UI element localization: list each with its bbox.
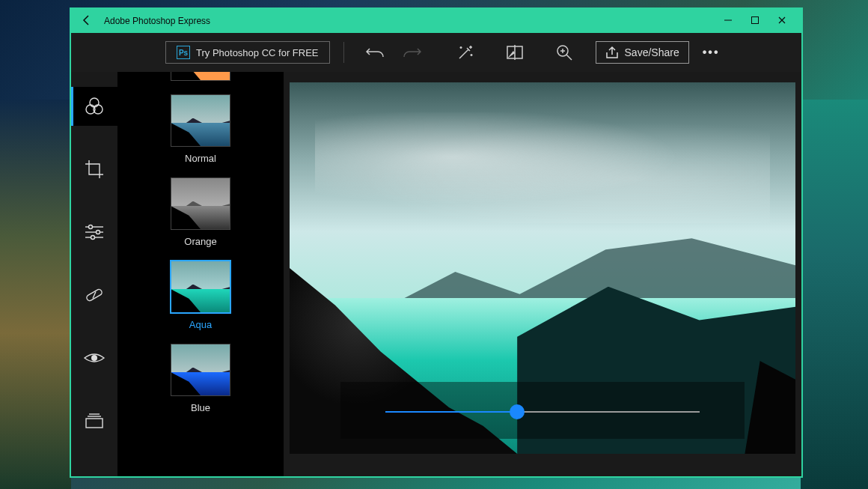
top-toolbar: Ps Try Photoshop CC for FREE Save/Share … — [71, 33, 801, 72]
svg-rect-20 — [86, 419, 103, 428]
filter-aqua[interactable]: Aqua — [171, 261, 230, 330]
svg-rect-1 — [752, 16, 759, 23]
filters-panel: NormalOrangeAquaBlue — [117, 72, 284, 476]
window-minimize-button[interactable] — [715, 16, 742, 27]
svg-point-16 — [91, 236, 95, 240]
sliders-icon — [84, 223, 105, 241]
filter-label: Orange — [184, 236, 216, 247]
svg-line-5 — [566, 55, 572, 60]
tool-rail — [71, 72, 117, 476]
rail-heal[interactable] — [71, 276, 117, 315]
rail-crop[interactable] — [71, 150, 117, 189]
compare-button[interactable] — [497, 37, 533, 67]
filter-normal[interactable]: Normal — [171, 94, 230, 164]
app-title: Adobe Photoshop Express — [104, 16, 210, 26]
crop-icon — [85, 160, 104, 179]
svg-point-14 — [97, 231, 100, 234]
rail-collections[interactable] — [71, 401, 117, 440]
slider-thumb[interactable] — [510, 404, 525, 419]
rail-redeye[interactable] — [71, 338, 117, 377]
svg-point-8 — [90, 98, 99, 107]
svg-point-12 — [89, 225, 93, 229]
filter-thumbnail — [171, 94, 230, 147]
undo-button[interactable] — [358, 37, 394, 67]
main-image[interactable] — [290, 82, 795, 454]
titlebar: Adobe Photoshop Express — [71, 9, 801, 33]
rail-looks[interactable] — [71, 87, 117, 126]
looks-icon — [84, 96, 105, 117]
save-share-label: Save/Share — [625, 46, 679, 58]
more-menu-button[interactable]: ••• — [703, 46, 720, 59]
stack-icon — [85, 413, 104, 429]
bandage-icon — [84, 285, 105, 306]
filter-thumbnail — [171, 261, 230, 313]
filter-label: Normal — [185, 153, 216, 164]
filter-thumbnail — [171, 344, 230, 396]
filter-label: Aqua — [189, 319, 212, 330]
filter-intensity-slider[interactable] — [385, 404, 700, 419]
eye-icon — [83, 350, 106, 365]
back-button[interactable] — [77, 14, 97, 28]
promo-label: Try Photoshop CC for FREE — [196, 47, 319, 58]
svg-point-19 — [91, 355, 97, 361]
save-share-button[interactable]: Save/Share — [596, 41, 689, 64]
canvas-area — [284, 72, 801, 476]
filter-thumbnail — [171, 72, 230, 81]
filter-label: Blue — [191, 402, 210, 413]
filter-preview[interactable] — [171, 72, 230, 81]
redo-button[interactable] — [394, 37, 430, 67]
zoom-button[interactable] — [546, 37, 582, 67]
filter-thumbnail — [171, 177, 230, 230]
rail-adjust[interactable] — [71, 213, 117, 252]
window-close-button[interactable] — [768, 16, 795, 27]
window-maximize-button[interactable] — [742, 16, 768, 27]
filter-orange[interactable]: Orange — [171, 177, 230, 247]
active-tool-indicator — [71, 87, 73, 126]
share-icon — [605, 46, 619, 59]
app-window: Adobe Photoshop Express Ps Try Photoshop… — [70, 7, 803, 478]
filter-blue[interactable]: Blue — [171, 344, 230, 413]
ps-badge-icon: Ps — [177, 46, 190, 59]
try-photoshop-cc-button[interactable]: Ps Try Photoshop CC for FREE — [165, 41, 330, 64]
auto-enhance-button[interactable] — [447, 37, 483, 67]
